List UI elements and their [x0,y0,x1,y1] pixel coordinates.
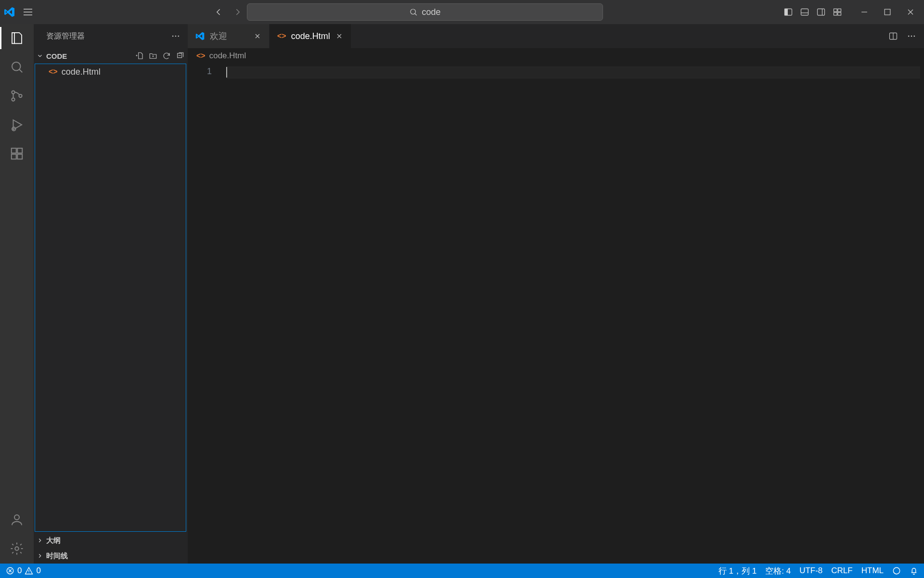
svg-rect-18 [17,148,22,153]
customize-layout-icon[interactable] [833,7,842,17]
toggle-panel-icon[interactable] [800,7,809,17]
svg-point-11 [12,91,14,93]
svg-point-13 [19,94,22,97]
status-cursor-position[interactable]: 行 1，列 1 [719,565,757,577]
activity-settings-gear-icon[interactable] [9,540,25,557]
svg-rect-15 [12,148,16,153]
text-cursor [226,67,227,78]
html-file-icon: <> [277,32,286,40]
editor-text-area[interactable] [226,64,920,564]
status-problems[interactable]: 0 0 [6,566,41,576]
svg-point-22 [175,36,177,37]
svg-rect-5 [834,9,837,12]
status-eol[interactable]: CRLF [831,566,852,576]
svg-rect-7 [834,13,837,15]
tab-label: 欢迎 [210,30,227,42]
svg-point-0 [411,9,416,14]
search-text: code [422,7,440,17]
status-feedback-icon[interactable] [892,566,901,575]
svg-point-20 [15,547,19,551]
svg-point-27 [911,36,912,37]
activity-source-control-icon[interactable] [9,88,25,104]
file-tree: <> code.Html [35,64,186,532]
chevron-right-icon [37,537,43,544]
tab-welcome[interactable]: 欢迎 [188,24,270,48]
sidebar-title: 资源管理器 [46,31,85,41]
nav-forward-icon[interactable] [232,7,242,17]
collapse-all-icon[interactable] [176,52,184,60]
svg-rect-17 [17,154,22,159]
window-minimize-icon[interactable] [860,7,869,17]
activity-search-icon[interactable] [9,59,25,75]
toggle-primary-sidebar-icon[interactable] [783,7,793,17]
toggle-secondary-sidebar-icon[interactable] [816,7,826,17]
svg-point-26 [908,36,910,37]
svg-point-23 [178,36,180,37]
chevron-down-icon [37,53,43,59]
warning-icon [25,566,33,575]
svg-point-28 [914,36,915,37]
timeline-label: 时间线 [46,552,68,561]
svg-rect-4 [818,9,825,15]
window-maximize-icon[interactable] [883,7,892,17]
tab-label: code.Html [291,31,330,41]
status-encoding[interactable]: UTF-8 [799,566,822,576]
html-file-icon: <> [49,67,58,76]
breadcrumb[interactable]: <> code.Html [188,48,924,64]
status-bar: 0 0 行 1，列 1 空格: 4 UTF-8 CRLF HTML [0,564,924,578]
html-file-icon: <> [196,52,205,60]
line-number: 1 [188,66,212,77]
hamburger-menu-icon[interactable] [22,6,34,18]
tab-code-html[interactable]: <> code.Html [270,24,351,48]
minimap[interactable] [920,64,924,564]
activity-run-debug-icon[interactable] [9,117,25,133]
svg-point-12 [12,98,14,101]
activity-accounts-icon[interactable] [9,512,25,528]
sidebar-more-icon[interactable] [171,31,180,41]
line-number-gutter: 1 [188,64,226,564]
svg-point-21 [172,36,174,37]
file-tree-item[interactable]: <> code.Html [35,64,186,79]
window-close-icon[interactable] [906,7,915,17]
svg-rect-9 [885,9,890,15]
split-editor-icon[interactable] [888,31,898,41]
activity-extensions-icon[interactable] [9,145,25,162]
chevron-right-icon [37,552,43,559]
breadcrumb-file: code.Html [209,51,246,61]
vscode-logo-icon [195,31,205,41]
status-indentation[interactable]: 空格: 4 [765,565,791,577]
status-language[interactable]: HTML [861,566,884,576]
svg-rect-16 [12,154,16,159]
new-file-icon[interactable] [135,52,144,60]
status-notifications-icon[interactable] [910,566,918,575]
editor-more-icon[interactable] [907,31,916,41]
tab-close-icon[interactable] [335,32,343,40]
activity-bar [0,24,34,564]
refresh-icon[interactable] [162,52,171,60]
folder-section-header[interactable]: CODE [34,48,187,64]
error-icon [6,566,14,575]
svg-rect-2 [785,9,788,15]
editor-tabs: 欢迎 <> code.Html [188,24,924,48]
error-count: 0 [17,566,22,576]
outline-label: 大纲 [46,536,61,545]
svg-point-10 [12,62,21,71]
activity-explorer-icon[interactable] [9,30,25,46]
svg-rect-8 [838,13,841,15]
nav-back-icon[interactable] [214,7,224,17]
search-icon [409,8,418,16]
file-name: code.Html [62,67,101,77]
title-bar: code [0,0,924,24]
explorer-sidebar: 资源管理器 CODE <> code.Html 大纲 [34,24,188,564]
svg-point-19 [14,515,19,520]
tab-close-icon[interactable] [254,32,261,40]
svg-rect-6 [838,9,841,12]
vscode-logo-icon [4,6,15,18]
folder-name: CODE [46,52,132,60]
timeline-section-header[interactable]: 时间线 [34,548,187,564]
warning-count: 0 [36,566,40,576]
command-center-search[interactable]: code [247,3,603,21]
new-folder-icon[interactable] [149,52,157,60]
outline-section-header[interactable]: 大纲 [34,533,187,548]
svg-rect-3 [801,9,808,15]
